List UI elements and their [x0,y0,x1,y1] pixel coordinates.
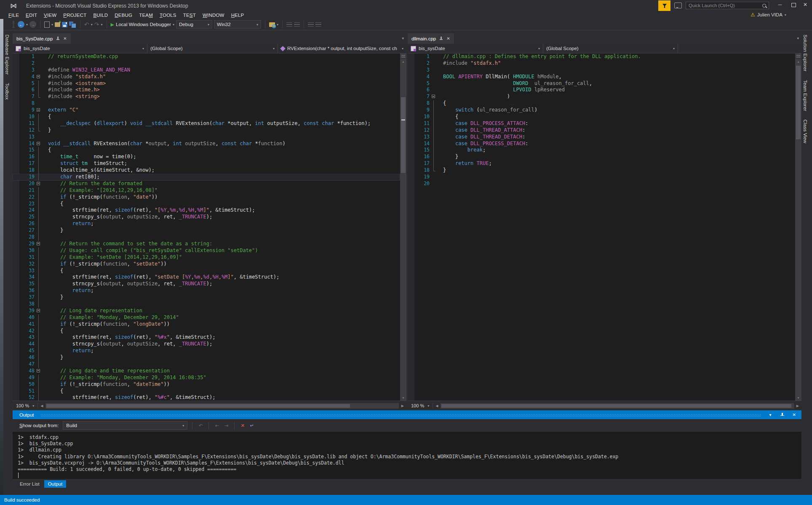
add-item-button[interactable] [55,22,60,27]
debugger-label[interactable]: Local Windows Debugger [116,22,171,27]
save-button[interactable] [62,22,67,27]
scroll-left-arrow[interactable]: ◀ [435,404,439,408]
toolbar-icon-disabled[interactable] [294,22,300,27]
scrollbar-thumb[interactable] [46,404,350,408]
scroll-down-arrow[interactable]: ▼ [400,395,406,401]
close-icon[interactable]: ✕ [446,36,450,41]
toolbar-icon-disabled[interactable] [308,22,314,27]
find-message-icon[interactable]: ↶ [197,423,204,428]
scrollbar-thumb[interactable] [441,404,791,408]
tab-list-dropdown[interactable]: ▾ [402,36,404,40]
fold-marker[interactable] [35,308,44,314]
navigate-back-dropdown[interactable]: ▾ [26,23,28,27]
fold-marker[interactable] [35,74,44,80]
zoom-level[interactable]: 100 % [14,403,29,408]
new-project-dropdown[interactable]: ▾ [51,23,53,27]
splitter-handle[interactable] [795,53,801,59]
fold-marker[interactable] [430,93,439,100]
code-editor[interactable]: 1// returnSystemDate.cpp23#define WIN32_… [13,53,406,401]
side-tab-database-explorer[interactable]: Database Explorer [3,30,11,79]
project-combo[interactable]: bis_sysDate ▾ [408,44,543,53]
menu-item-team[interactable]: TEAM [136,12,156,18]
menu-item-project[interactable]: PROJECT [60,12,90,18]
redo-button[interactable]: ↷ [94,21,99,27]
toolbar-icon-disabled[interactable] [315,22,321,27]
menu-item-view[interactable]: VIEW [40,12,60,18]
panel-tab-error-list[interactable]: Error List [16,480,43,488]
zoom-level[interactable]: 100 % [409,403,424,408]
feedback-icon[interactable] [674,3,682,8]
fold-marker[interactable] [35,368,44,375]
save-all-button[interactable] [69,21,76,28]
project-combo[interactable]: bis_sysDate ▾ [13,44,147,53]
scroll-right-arrow[interactable]: ▶ [401,404,405,408]
tab-list-dropdown[interactable]: ▾ [797,36,799,40]
undo-button[interactable]: ↶ [84,21,89,27]
scope-combo[interactable]: (Global Scope) ▾ [543,44,678,53]
zoom-dropdown[interactable]: ▾ [32,404,34,408]
fold-marker[interactable] [35,107,44,114]
toolbar-grip[interactable] [13,21,14,28]
new-project-button[interactable] [44,21,50,28]
side-tab-class-view[interactable]: Class View [801,115,809,148]
close-icon[interactable]: ✕ [791,412,798,417]
minimize-button[interactable]: ─ [774,0,786,9]
close-icon[interactable]: ✕ [63,36,67,41]
vertical-scrollbar[interactable]: ▲ ▼ [400,53,406,401]
zoom-dropdown[interactable]: ▾ [427,404,429,408]
side-tab-solution-explorer[interactable]: Solution Explorer [801,30,809,76]
vertical-scrollbar[interactable]: ▲ ▼ [795,53,801,401]
restore-button[interactable] [788,0,799,9]
menu-item-build[interactable]: BUILD [90,12,111,18]
splitter-handle[interactable] [400,53,406,59]
output-title-bar[interactable]: Output ▾ ✕ [13,410,801,419]
clear-all-icon[interactable]: ✕ [239,423,246,428]
scroll-up-arrow[interactable]: ▲ [400,59,406,64]
menu-item-edit[interactable]: EDIT [22,12,40,18]
menu-item-test[interactable]: TEST [180,12,199,18]
menu-item-debug[interactable]: DEBUG [111,12,136,18]
undo-dropdown[interactable]: ▾ [91,23,93,27]
tab-dllmain-cpp[interactable]: dllmain.cpp ✕ [408,33,454,44]
pin-icon[interactable] [439,37,443,40]
code-editor[interactable]: 1// dllmain.cpp : Defines the entry poin… [408,53,801,401]
redo-dropdown[interactable]: ▾ [101,23,103,27]
output-source-combo[interactable]: Build ▾ [63,421,187,430]
fold-marker[interactable] [35,241,44,247]
scrollbar-thumb[interactable] [796,66,801,139]
navigate-forward-button[interactable]: → [29,21,36,28]
horizontal-scrollbar[interactable] [441,403,793,409]
output-text-area[interactable]: 1> stdafx.cpp1> bis_SysDate.cpp1> dllmai… [13,432,801,479]
find-in-files-button[interactable] [269,22,275,27]
scrollbar-thumb[interactable] [401,97,406,173]
fold-marker[interactable] [35,181,44,187]
pin-icon[interactable] [780,413,784,417]
scroll-up-arrow[interactable]: ▲ [795,59,801,64]
fold-marker[interactable] [35,141,44,147]
notifications-filter-button[interactable] [658,0,670,11]
close-button[interactable]: ✕ [799,0,811,9]
start-debug-icon[interactable]: ▶ [111,22,114,27]
member-combo[interactable] [678,44,801,53]
solution-platform-combo[interactable]: Win32▾ [214,20,261,29]
scroll-down-arrow[interactable]: ▼ [795,395,801,401]
debugger-dropdown[interactable]: ▾ [173,23,174,27]
solution-config-combo[interactable]: Debug▾ [176,20,212,29]
menu-item-window[interactable]: WINDOW [199,12,228,18]
pin-icon[interactable] [56,37,60,40]
side-tab-team-explorer[interactable]: Team Explorer [801,76,809,115]
panel-tab-output[interactable]: Output [44,480,67,488]
prev-message-icon[interactable]: ⇤ [214,423,220,428]
horizontal-scrollbar[interactable] [45,403,398,409]
scroll-right-arrow[interactable]: ▶ [796,404,800,408]
window-position-dropdown[interactable]: ▾ [767,412,774,417]
member-combo[interactable]: RVExtension(char * output, int outputSiz… [278,44,406,53]
signin-status[interactable]: ⚠ Julien VIDA ▾ [751,12,786,18]
quick-launch-input[interactable]: Quick Launch (Ctrl+Q) [686,2,769,9]
toolbar-icon-disabled[interactable] [286,22,292,27]
next-message-icon[interactable]: ⇥ [223,423,230,428]
scroll-left-arrow[interactable]: ◀ [40,404,44,408]
tab-bis-sysdate-cpp[interactable]: bis_SysDate.cpp ✕ [13,33,71,44]
find-dropdown[interactable]: ▾ [277,23,278,27]
side-tab-toolbox[interactable]: Toolbox [3,79,11,104]
